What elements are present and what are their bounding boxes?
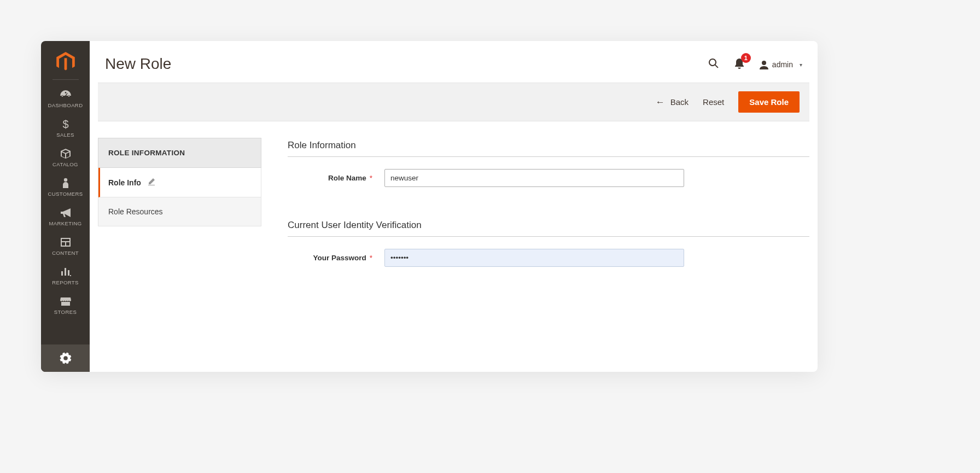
form-column: Role Information Role Name* Current User… [288,138,809,267]
dollar-icon: $ [58,118,73,130]
nav-label: Customers [48,191,83,197]
svg-rect-5 [70,275,71,276]
nav-reports[interactable]: Reports [41,261,90,291]
magento-logo[interactable] [55,51,77,73]
person-icon [58,177,73,189]
role-name-input[interactable] [384,169,684,187]
notifications-icon[interactable]: 1 [734,57,745,72]
field-role-name: Role Name* [288,169,809,187]
action-bar: ← Back Reset Save Role [98,83,809,121]
role-tabs-panel: Role Information Role Info Role Resource… [98,138,261,267]
section-role-info: Role Information Role Name* [288,140,809,187]
nav-marketing[interactable]: Marketing [41,202,90,232]
required-mark: * [370,174,372,182]
nav-label: Dashboard [48,102,83,108]
svg-text:$: $ [62,118,68,130]
back-button[interactable]: ← Back [656,97,689,108]
user-name: admin [772,60,793,69]
page-header: New Role 1 admin ▾ [90,41,818,83]
field-password: Your Password* [288,249,809,267]
layout-icon [58,236,73,248]
main-content: New Role 1 admin ▾ [90,41,818,372]
chevron-down-icon: ▾ [800,62,802,68]
pencil-icon [148,178,155,187]
nav-customers[interactable]: Customers [41,173,90,202]
password-label: Your Password [313,254,366,262]
app-window: Dashboard $ Sales Catalog Customers Mark… [41,41,818,372]
gear-icon [58,352,73,364]
section-identity-verification: Current User Identity Verification Your … [288,220,809,267]
svg-point-6 [762,61,766,65]
nav-sales[interactable]: $ Sales [41,114,90,143]
storefront-icon [58,295,73,307]
nav-label: Stores [54,309,77,315]
nav-label: Reports [52,279,79,285]
section-title: Current User Identity Verification [288,220,809,237]
search-icon[interactable] [708,57,720,72]
password-input[interactable] [384,249,684,267]
section-title: Role Information [288,140,809,157]
svg-rect-2 [61,271,63,276]
svg-point-1 [63,178,67,182]
required-mark: * [370,254,372,262]
svg-rect-4 [68,270,69,276]
box-icon [58,148,73,160]
save-role-button[interactable]: Save Role [738,91,800,113]
notification-badge: 1 [741,53,751,63]
nav-label: Content [52,250,79,256]
nav-label: Marketing [49,220,81,226]
nav-dashboard[interactable]: Dashboard [41,84,90,114]
page-title: New Role [105,55,171,73]
nav-label: Sales [56,132,74,138]
role-name-label: Role Name [328,174,366,182]
reset-button[interactable]: Reset [703,97,724,107]
svg-rect-3 [65,268,66,276]
arrow-left-icon: ← [656,97,665,108]
nav-stores[interactable]: Stores [41,291,90,320]
nav-catalog[interactable]: Catalog [41,143,90,173]
tab-role-resources[interactable]: Role Resources [98,197,261,226]
nav-system[interactable] [41,344,90,372]
nav-content[interactable]: Content [41,232,90,261]
megaphone-icon [58,207,73,219]
bars-icon [58,266,73,278]
admin-sidebar: Dashboard $ Sales Catalog Customers Mark… [41,41,90,372]
gauge-icon [58,89,73,101]
tab-role-info[interactable]: Role Info [98,168,261,197]
nav-label: Catalog [52,161,78,167]
user-menu[interactable]: admin ▾ [759,60,802,69]
tabs-header: Role Information [98,138,261,168]
